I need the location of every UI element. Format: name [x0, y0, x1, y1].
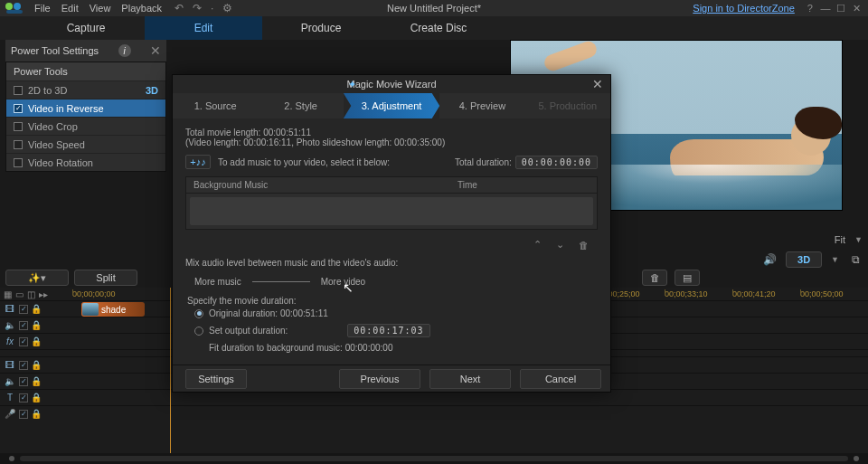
mix-slider[interactable]: More music More video — [185, 275, 598, 289]
track-enable-checkbox[interactable]: ✓ — [19, 410, 28, 419]
chevron-down-icon[interactable]: ▼ — [854, 235, 863, 244]
track-tool-icon[interactable]: ◫ — [27, 289, 35, 299]
lock-icon[interactable]: 🔒 — [31, 393, 42, 403]
track-tool-icon[interactable]: ▭ — [15, 289, 24, 299]
lock-icon[interactable]: 🔒 — [31, 376, 42, 387]
move-down-icon[interactable]: ⌄ — [556, 239, 564, 251]
track-enable-checkbox[interactable]: ✓ — [19, 393, 28, 402]
video-clip[interactable]: shade — [81, 302, 145, 317]
ruler-tick: 00;00;33;10 — [665, 289, 732, 298]
lock-icon[interactable]: 🔒 — [31, 336, 42, 347]
radio-icon[interactable] — [194, 327, 203, 336]
arrange-button[interactable]: ▤ — [675, 270, 700, 286]
track-tool-icon[interactable]: ▸▸ — [39, 289, 48, 299]
magic-wand-button[interactable]: ✨▾ — [5, 270, 69, 286]
signin-link[interactable]: Sign in to DirectorZone — [693, 3, 795, 14]
slider-track[interactable] — [252, 281, 310, 282]
step-source[interactable]: 1. Source — [173, 93, 258, 118]
horizontal-scrollbar[interactable] — [0, 453, 868, 464]
checkbox-icon[interactable] — [14, 86, 23, 95]
lock-icon[interactable]: 🔒 — [31, 320, 42, 331]
zoom-in-icon[interactable] — [854, 456, 859, 461]
option-original-duration[interactable]: Original duration: 00:00:51:11 — [187, 306, 596, 321]
separator-icon: · — [211, 2, 213, 14]
ruler-tick: 00;00;41;20 — [732, 289, 800, 298]
wizard-footer: Settings Previous Next Cancel — [173, 365, 610, 392]
specify-label: Specify the movie duration: — [187, 296, 596, 306]
move-up-icon[interactable]: ⌃ — [533, 239, 542, 251]
track-enable-checkbox[interactable]: ✓ — [19, 361, 28, 370]
maximize-icon[interactable]: ☐ — [835, 3, 847, 14]
pt-item-video-speed[interactable]: Video Speed — [6, 135, 165, 153]
set-output-label: Set output duration: — [209, 326, 288, 336]
scrollbar-track[interactable] — [20, 456, 848, 461]
redo-icon[interactable]: ↷ — [193, 2, 202, 14]
menu-view[interactable]: View — [90, 3, 111, 14]
checkbox-icon[interactable]: ✓ — [14, 104, 23, 113]
fit-dropdown[interactable]: Fit — [835, 234, 845, 245]
help-icon[interactable]: ? — [804, 3, 816, 14]
volume-icon[interactable]: 🔊 — [762, 252, 777, 267]
add-music-button[interactable]: +♪♪ — [185, 155, 211, 169]
cancel-button[interactable]: Cancel — [520, 369, 601, 389]
pt-label: 2D to 3D — [28, 85, 67, 96]
close-panel-icon[interactable]: ✕ — [150, 43, 161, 58]
pt-item-video-crop[interactable]: Video Crop — [6, 117, 165, 135]
zoom-out-icon[interactable] — [9, 456, 14, 461]
track-enable-checkbox[interactable]: ✓ — [19, 305, 28, 314]
delete-icon[interactable]: 🗑 — [579, 240, 589, 251]
snapshot-icon[interactable]: ⧉ — [848, 252, 863, 267]
voice-track[interactable]: 🎤✓🔒 — [0, 405, 868, 421]
next-button[interactable]: Next — [429, 369, 511, 389]
3d-toggle-button[interactable]: 3D — [786, 251, 822, 268]
tab-capture[interactable]: Capture — [27, 16, 145, 40]
checkbox-icon[interactable] — [14, 140, 23, 149]
track-enable-checkbox[interactable]: ✓ — [19, 321, 28, 330]
tab-produce[interactable]: Produce — [262, 16, 380, 40]
info-icon[interactable]: i — [118, 44, 131, 57]
checkbox-icon[interactable] — [14, 122, 23, 131]
track-enable-checkbox[interactable]: ✓ — [19, 337, 28, 346]
option-set-output-duration[interactable]: Set output duration: 00:00:17:03 — [187, 321, 596, 340]
trash-button[interactable]: 🗑 — [642, 270, 667, 286]
lock-icon[interactable]: 🔒 — [31, 360, 42, 371]
minimize-icon[interactable]: — — [819, 3, 832, 14]
track-enable-checkbox[interactable]: ✓ — [19, 377, 28, 386]
pt-item-video-reverse[interactable]: ✓ Video in Reverse — [6, 99, 165, 117]
preview-content — [542, 39, 599, 72]
film-icon: 🎞 — [4, 359, 16, 372]
tab-create-disc[interactable]: Create Disc — [380, 16, 497, 40]
music-row-selected[interactable] — [190, 197, 593, 225]
col-time[interactable]: Time — [458, 180, 590, 190]
close-icon[interactable]: ✕ — [592, 77, 603, 91]
menu-playback[interactable]: Playback — [121, 3, 162, 14]
col-background-music[interactable]: Background Music — [193, 180, 458, 190]
gear-icon[interactable]: ⚙ — [222, 2, 232, 14]
close-icon[interactable]: ✕ — [850, 3, 863, 14]
split-button[interactable]: Split — [74, 270, 137, 286]
mic-icon: 🎤 — [4, 408, 16, 421]
lock-icon[interactable]: 🔒 — [31, 409, 42, 420]
step-adjustment[interactable]: 3. Adjustment — [344, 93, 439, 118]
menu-edit[interactable]: Edit — [61, 3, 79, 14]
output-duration-field[interactable]: 00:00:17:03 — [347, 324, 429, 337]
lock-icon[interactable]: 🔒 — [31, 304, 42, 315]
radio-icon[interactable] — [194, 309, 203, 318]
undo-icon[interactable]: ↶ — [175, 2, 184, 14]
track-tool-icon[interactable]: ▦ — [4, 289, 12, 299]
step-style[interactable]: 2. Style — [258, 93, 343, 118]
pt-label: Video in Reverse — [28, 103, 104, 114]
previous-button[interactable]: Previous — [339, 369, 420, 389]
chevron-down-icon[interactable]: ▼ — [831, 255, 839, 264]
menu-file[interactable]: File — [34, 3, 51, 14]
pt-item-video-rotation[interactable]: Video Rotation — [6, 153, 165, 171]
tab-edit[interactable]: Edit — [145, 16, 262, 40]
step-preview[interactable]: 4. Preview — [439, 93, 524, 118]
checkbox-icon[interactable] — [14, 158, 23, 167]
settings-button[interactable]: Settings — [185, 369, 247, 389]
pt-item-2d-to-3d[interactable]: 2D to 3D 3D — [6, 80, 165, 99]
music-list: Background Music Time — [185, 176, 598, 230]
total-duration-label: Total duration: — [455, 157, 512, 167]
wizard-title: Magic Movie Wizard — [346, 79, 436, 90]
playhead[interactable] — [170, 288, 171, 453]
